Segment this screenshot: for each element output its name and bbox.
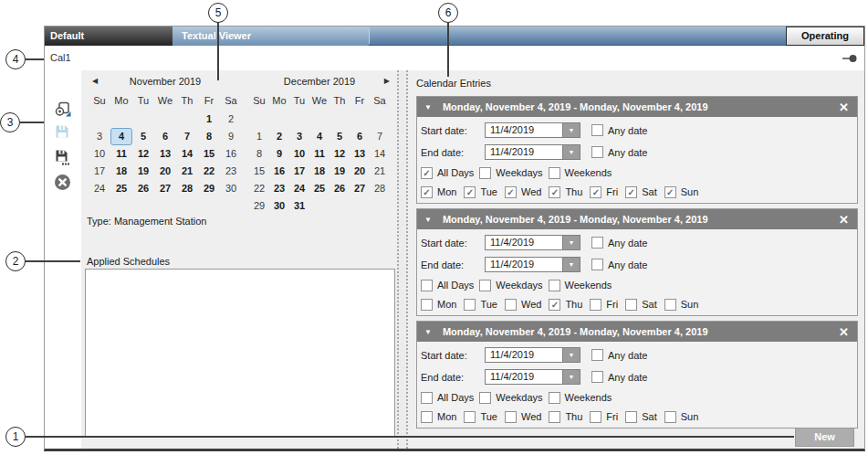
calendar-day-28[interactable]: 28 bbox=[370, 180, 390, 197]
day-checkbox-mon[interactable] bbox=[421, 411, 433, 423]
tab-textual-viewer[interactable]: Textual Viewer bbox=[173, 26, 369, 46]
calendar-day-26[interactable]: 26 bbox=[132, 180, 154, 197]
day-checkbox-sat[interactable] bbox=[625, 411, 637, 423]
tab-operating[interactable]: Operating bbox=[786, 26, 864, 46]
calendar-day-25[interactable]: 25 bbox=[309, 180, 329, 197]
calendar-day-15[interactable]: 15 bbox=[249, 163, 269, 180]
calendar-day-4[interactable]: 4 bbox=[309, 128, 329, 145]
calendar-day-24[interactable]: 24 bbox=[289, 180, 309, 197]
next-month-icon[interactable]: ▶ bbox=[384, 77, 390, 85]
calendar-day-10[interactable]: 10 bbox=[289, 145, 309, 163]
group-checkbox-weekends[interactable] bbox=[549, 392, 560, 404]
date-input[interactable]: 11/4/2019 bbox=[485, 347, 563, 363]
entry-header[interactable]: ▼Monday, November 4, 2019 - Monday, Nove… bbox=[417, 97, 857, 117]
calendar-day-13[interactable]: 13 bbox=[154, 145, 176, 163]
calendar-day-12[interactable]: 12 bbox=[132, 145, 154, 163]
date-dropdown-button[interactable]: ▼ bbox=[563, 347, 580, 363]
pin-icon[interactable] bbox=[842, 54, 857, 65]
calendar-day-8[interactable]: 8 bbox=[249, 145, 269, 163]
calendar-day-16[interactable]: 16 bbox=[220, 145, 242, 163]
calendar-day-20[interactable]: 20 bbox=[154, 163, 176, 180]
calendar-day-20[interactable]: 20 bbox=[350, 163, 370, 180]
calendar-day-10[interactable]: 10 bbox=[89, 145, 110, 163]
calendar-day-31[interactable]: 31 bbox=[289, 197, 309, 215]
date-input[interactable]: 11/4/2019 bbox=[485, 235, 563, 250]
calendar-day-19[interactable]: 19 bbox=[329, 163, 350, 180]
group-checkbox-weekdays[interactable] bbox=[479, 167, 491, 179]
any-date-checkbox[interactable] bbox=[591, 124, 603, 136]
discard-icon[interactable] bbox=[54, 174, 72, 192]
date-dropdown-button[interactable]: ▼ bbox=[563, 122, 580, 138]
group-checkbox-weekdays[interactable] bbox=[479, 280, 491, 291]
calendar-day-21[interactable]: 21 bbox=[176, 163, 198, 180]
calendar-day-30[interactable]: 30 bbox=[269, 197, 289, 215]
date-dropdown-button[interactable]: ▼ bbox=[563, 369, 580, 385]
calendar-day-11[interactable]: 11 bbox=[309, 145, 329, 163]
tab-default[interactable]: Default bbox=[45, 26, 173, 46]
group-checkbox-all-days[interactable] bbox=[421, 392, 433, 404]
calendar-day-2[interactable]: 2 bbox=[269, 128, 289, 145]
calendar-day-2[interactable]: 2 bbox=[220, 111, 242, 128]
calendar-day-28[interactable]: 28 bbox=[176, 180, 198, 197]
day-checkbox-wed[interactable]: ✓ bbox=[505, 186, 517, 198]
close-entry-icon[interactable]: ✕ bbox=[839, 101, 849, 114]
collapse-icon[interactable]: ▼ bbox=[424, 103, 432, 111]
calendar-day-27[interactable]: 27 bbox=[154, 180, 176, 197]
calendar-day-3[interactable]: 3 bbox=[89, 128, 110, 145]
calendar-day-18[interactable]: 18 bbox=[110, 163, 132, 180]
close-entry-icon[interactable]: ✕ bbox=[839, 213, 849, 227]
calendar-day-14[interactable]: 14 bbox=[176, 145, 198, 163]
calendar-day-1[interactable]: 1 bbox=[249, 128, 269, 145]
calendar-day-9[interactable]: 9 bbox=[220, 128, 242, 145]
calendar-day-6[interactable]: 6 bbox=[350, 128, 370, 145]
any-date-checkbox[interactable] bbox=[591, 146, 603, 158]
any-date-checkbox[interactable] bbox=[591, 371, 603, 383]
day-checkbox-sat[interactable] bbox=[625, 299, 637, 311]
calendar-day-26[interactable]: 26 bbox=[329, 180, 350, 197]
date-input[interactable]: 11/4/2019 bbox=[485, 144, 563, 160]
calendar-day-24[interactable]: 24 bbox=[89, 180, 110, 197]
calendar-day-25[interactable]: 25 bbox=[110, 180, 132, 197]
date-dropdown-button[interactable]: ▼ bbox=[563, 257, 580, 272]
day-checkbox-tue[interactable]: ✓ bbox=[464, 186, 476, 198]
calendar-day-4[interactable]: 4 bbox=[110, 128, 132, 145]
day-checkbox-sat[interactable]: ✓ bbox=[625, 186, 637, 198]
close-entry-icon[interactable]: ✕ bbox=[839, 325, 849, 339]
calendar-day-29[interactable]: 29 bbox=[198, 180, 220, 197]
collapse-icon[interactable]: ▼ bbox=[424, 328, 432, 336]
day-checkbox-tue[interactable] bbox=[464, 299, 476, 311]
panel-splitter[interactable] bbox=[397, 70, 408, 449]
calendar-day-17[interactable]: 17 bbox=[289, 163, 309, 180]
day-checkbox-mon[interactable]: ✓ bbox=[421, 186, 433, 198]
calendar-day-23[interactable]: 23 bbox=[269, 180, 289, 197]
calendar-day-15[interactable]: 15 bbox=[198, 145, 220, 163]
new-entry-button[interactable]: New bbox=[795, 428, 854, 447]
calendar-day-6[interactable]: 6 bbox=[154, 128, 176, 145]
calendar-day-17[interactable]: 17 bbox=[89, 163, 110, 180]
day-checkbox-tue[interactable] bbox=[464, 411, 476, 423]
calendar-day-22[interactable]: 22 bbox=[249, 180, 269, 197]
calendar-day-21[interactable]: 21 bbox=[370, 163, 390, 180]
calendar-day-7[interactable]: 7 bbox=[370, 128, 390, 145]
entry-header[interactable]: ▼Monday, November 4, 2019 - Monday, Nove… bbox=[417, 209, 857, 229]
any-date-checkbox[interactable] bbox=[591, 259, 603, 270]
day-checkbox-fri[interactable] bbox=[590, 411, 601, 423]
save-as-icon[interactable] bbox=[54, 148, 72, 166]
calendar-day-29[interactable]: 29 bbox=[249, 197, 269, 215]
day-checkbox-mon[interactable] bbox=[421, 299, 433, 311]
calendar-day-3[interactable]: 3 bbox=[289, 128, 309, 145]
day-checkbox-thu[interactable] bbox=[549, 411, 560, 423]
date-input[interactable]: 11/4/2019 bbox=[485, 369, 563, 385]
collapse-icon[interactable]: ▼ bbox=[424, 216, 432, 224]
calendar-day-23[interactable]: 23 bbox=[220, 163, 242, 180]
day-checkbox-sun[interactable] bbox=[664, 299, 676, 311]
calendar-day-11[interactable]: 11 bbox=[110, 145, 132, 163]
any-date-checkbox[interactable] bbox=[591, 349, 603, 361]
day-checkbox-wed[interactable] bbox=[505, 299, 517, 311]
day-checkbox-fri[interactable] bbox=[590, 299, 601, 311]
date-input[interactable]: 11/4/2019 bbox=[485, 122, 563, 138]
day-checkbox-sun[interactable] bbox=[664, 411, 676, 423]
date-dropdown-button[interactable]: ▼ bbox=[563, 235, 580, 250]
calendar-day-19[interactable]: 19 bbox=[132, 163, 154, 180]
date-dropdown-button[interactable]: ▼ bbox=[563, 144, 580, 160]
